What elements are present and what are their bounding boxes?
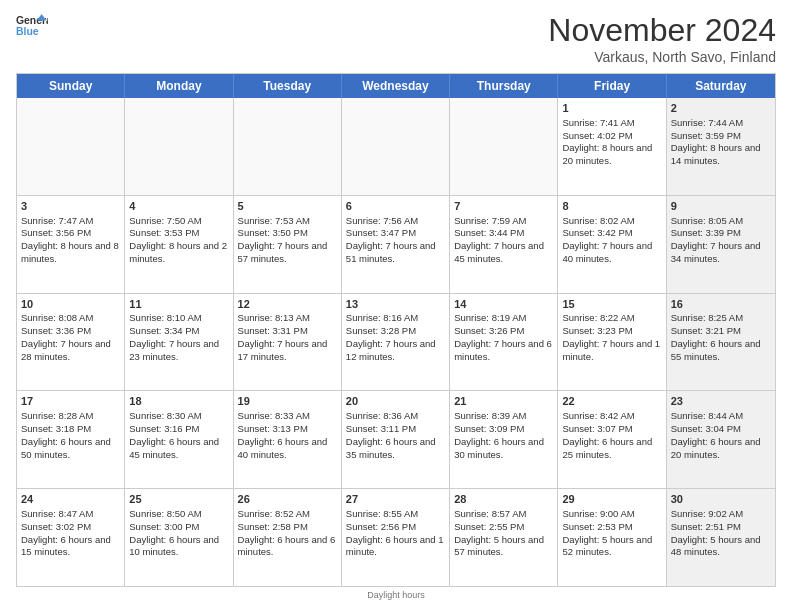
calendar-cell: 5Sunrise: 7:53 AM Sunset: 3:50 PM Daylig… bbox=[234, 196, 342, 293]
day-number: 12 bbox=[238, 297, 337, 312]
day-info: Sunrise: 9:00 AM Sunset: 2:53 PM Dayligh… bbox=[562, 508, 652, 557]
day-info: Sunrise: 8:30 AM Sunset: 3:16 PM Dayligh… bbox=[129, 410, 219, 459]
day-number: 14 bbox=[454, 297, 553, 312]
day-info: Sunrise: 8:22 AM Sunset: 3:23 PM Dayligh… bbox=[562, 312, 660, 361]
calendar-cell: 11Sunrise: 8:10 AM Sunset: 3:34 PM Dayli… bbox=[125, 294, 233, 391]
calendar-cell: 14Sunrise: 8:19 AM Sunset: 3:26 PM Dayli… bbox=[450, 294, 558, 391]
svg-text:Blue: Blue bbox=[16, 26, 39, 37]
calendar-cell: 17Sunrise: 8:28 AM Sunset: 3:18 PM Dayli… bbox=[17, 391, 125, 488]
calendar-cell bbox=[17, 98, 125, 195]
calendar-cell: 2Sunrise: 7:44 AM Sunset: 3:59 PM Daylig… bbox=[667, 98, 775, 195]
calendar-cell: 12Sunrise: 8:13 AM Sunset: 3:31 PM Dayli… bbox=[234, 294, 342, 391]
day-number: 25 bbox=[129, 492, 228, 507]
day-info: Sunrise: 8:19 AM Sunset: 3:26 PM Dayligh… bbox=[454, 312, 552, 361]
day-info: Sunrise: 7:56 AM Sunset: 3:47 PM Dayligh… bbox=[346, 215, 436, 264]
calendar-cell bbox=[342, 98, 450, 195]
day-number: 30 bbox=[671, 492, 771, 507]
calendar-cell: 3Sunrise: 7:47 AM Sunset: 3:56 PM Daylig… bbox=[17, 196, 125, 293]
footer-note: Daylight hours bbox=[16, 590, 776, 600]
day-info: Sunrise: 8:08 AM Sunset: 3:36 PM Dayligh… bbox=[21, 312, 111, 361]
day-number: 22 bbox=[562, 394, 661, 409]
day-number: 4 bbox=[129, 199, 228, 214]
day-number: 28 bbox=[454, 492, 553, 507]
day-number: 26 bbox=[238, 492, 337, 507]
day-number: 8 bbox=[562, 199, 661, 214]
day-info: Sunrise: 7:53 AM Sunset: 3:50 PM Dayligh… bbox=[238, 215, 328, 264]
logo: General Blue bbox=[16, 12, 48, 40]
day-info: Sunrise: 9:02 AM Sunset: 2:51 PM Dayligh… bbox=[671, 508, 761, 557]
calendar-cell: 26Sunrise: 8:52 AM Sunset: 2:58 PM Dayli… bbox=[234, 489, 342, 586]
calendar-cell: 25Sunrise: 8:50 AM Sunset: 3:00 PM Dayli… bbox=[125, 489, 233, 586]
calendar-cell: 4Sunrise: 7:50 AM Sunset: 3:53 PM Daylig… bbox=[125, 196, 233, 293]
calendar-cell: 22Sunrise: 8:42 AM Sunset: 3:07 PM Dayli… bbox=[558, 391, 666, 488]
day-info: Sunrise: 8:28 AM Sunset: 3:18 PM Dayligh… bbox=[21, 410, 111, 459]
calendar-cell: 7Sunrise: 7:59 AM Sunset: 3:44 PM Daylig… bbox=[450, 196, 558, 293]
calendar-cell: 21Sunrise: 8:39 AM Sunset: 3:09 PM Dayli… bbox=[450, 391, 558, 488]
calendar-cell: 19Sunrise: 8:33 AM Sunset: 3:13 PM Dayli… bbox=[234, 391, 342, 488]
day-info: Sunrise: 8:47 AM Sunset: 3:02 PM Dayligh… bbox=[21, 508, 111, 557]
day-info: Sunrise: 8:42 AM Sunset: 3:07 PM Dayligh… bbox=[562, 410, 652, 459]
calendar-cell: 18Sunrise: 8:30 AM Sunset: 3:16 PM Dayli… bbox=[125, 391, 233, 488]
subtitle: Varkaus, North Savo, Finland bbox=[548, 49, 776, 65]
day-number: 11 bbox=[129, 297, 228, 312]
day-of-week-saturday: Saturday bbox=[667, 74, 775, 98]
calendar-row-0: 1Sunrise: 7:41 AM Sunset: 4:02 PM Daylig… bbox=[17, 98, 775, 195]
day-info: Sunrise: 8:39 AM Sunset: 3:09 PM Dayligh… bbox=[454, 410, 544, 459]
calendar-cell: 27Sunrise: 8:55 AM Sunset: 2:56 PM Dayli… bbox=[342, 489, 450, 586]
day-number: 10 bbox=[21, 297, 120, 312]
day-of-week-sunday: Sunday bbox=[17, 74, 125, 98]
day-info: Sunrise: 8:02 AM Sunset: 3:42 PM Dayligh… bbox=[562, 215, 652, 264]
calendar-cell: 20Sunrise: 8:36 AM Sunset: 3:11 PM Dayli… bbox=[342, 391, 450, 488]
day-number: 1 bbox=[562, 101, 661, 116]
day-of-week-tuesday: Tuesday bbox=[234, 74, 342, 98]
day-info: Sunrise: 8:57 AM Sunset: 2:55 PM Dayligh… bbox=[454, 508, 544, 557]
day-number: 3 bbox=[21, 199, 120, 214]
calendar-cell: 8Sunrise: 8:02 AM Sunset: 3:42 PM Daylig… bbox=[558, 196, 666, 293]
calendar-cell bbox=[125, 98, 233, 195]
day-info: Sunrise: 8:55 AM Sunset: 2:56 PM Dayligh… bbox=[346, 508, 444, 557]
calendar-row-2: 10Sunrise: 8:08 AM Sunset: 3:36 PM Dayli… bbox=[17, 293, 775, 391]
day-number: 23 bbox=[671, 394, 771, 409]
calendar-row-1: 3Sunrise: 7:47 AM Sunset: 3:56 PM Daylig… bbox=[17, 195, 775, 293]
header: General Blue November 2024 Varkaus, Nort… bbox=[16, 12, 776, 65]
calendar-cell: 9Sunrise: 8:05 AM Sunset: 3:39 PM Daylig… bbox=[667, 196, 775, 293]
page: General Blue November 2024 Varkaus, Nort… bbox=[0, 0, 792, 612]
day-info: Sunrise: 8:36 AM Sunset: 3:11 PM Dayligh… bbox=[346, 410, 436, 459]
day-of-week-monday: Monday bbox=[125, 74, 233, 98]
calendar-cell: 13Sunrise: 8:16 AM Sunset: 3:28 PM Dayli… bbox=[342, 294, 450, 391]
day-info: Sunrise: 8:13 AM Sunset: 3:31 PM Dayligh… bbox=[238, 312, 328, 361]
day-info: Sunrise: 7:47 AM Sunset: 3:56 PM Dayligh… bbox=[21, 215, 119, 264]
calendar-cell: 24Sunrise: 8:47 AM Sunset: 3:02 PM Dayli… bbox=[17, 489, 125, 586]
day-number: 6 bbox=[346, 199, 445, 214]
day-info: Sunrise: 7:50 AM Sunset: 3:53 PM Dayligh… bbox=[129, 215, 227, 264]
day-info: Sunrise: 7:59 AM Sunset: 3:44 PM Dayligh… bbox=[454, 215, 544, 264]
calendar-cell: 23Sunrise: 8:44 AM Sunset: 3:04 PM Dayli… bbox=[667, 391, 775, 488]
day-number: 17 bbox=[21, 394, 120, 409]
day-number: 2 bbox=[671, 101, 771, 116]
calendar-cell: 28Sunrise: 8:57 AM Sunset: 2:55 PM Dayli… bbox=[450, 489, 558, 586]
calendar: SundayMondayTuesdayWednesdayThursdayFrid… bbox=[16, 73, 776, 587]
day-info: Sunrise: 7:44 AM Sunset: 3:59 PM Dayligh… bbox=[671, 117, 761, 166]
calendar-row-4: 24Sunrise: 8:47 AM Sunset: 3:02 PM Dayli… bbox=[17, 488, 775, 586]
day-number: 15 bbox=[562, 297, 661, 312]
day-of-week-wednesday: Wednesday bbox=[342, 74, 450, 98]
day-info: Sunrise: 8:52 AM Sunset: 2:58 PM Dayligh… bbox=[238, 508, 336, 557]
day-number: 29 bbox=[562, 492, 661, 507]
calendar-cell bbox=[450, 98, 558, 195]
day-info: Sunrise: 8:50 AM Sunset: 3:00 PM Dayligh… bbox=[129, 508, 219, 557]
calendar-cell: 6Sunrise: 7:56 AM Sunset: 3:47 PM Daylig… bbox=[342, 196, 450, 293]
day-info: Sunrise: 8:05 AM Sunset: 3:39 PM Dayligh… bbox=[671, 215, 761, 264]
calendar-cell: 30Sunrise: 9:02 AM Sunset: 2:51 PM Dayli… bbox=[667, 489, 775, 586]
day-number: 7 bbox=[454, 199, 553, 214]
title-block: November 2024 Varkaus, North Savo, Finla… bbox=[548, 12, 776, 65]
calendar-cell: 29Sunrise: 9:00 AM Sunset: 2:53 PM Dayli… bbox=[558, 489, 666, 586]
calendar-body: 1Sunrise: 7:41 AM Sunset: 4:02 PM Daylig… bbox=[17, 98, 775, 586]
day-number: 9 bbox=[671, 199, 771, 214]
day-number: 24 bbox=[21, 492, 120, 507]
day-number: 20 bbox=[346, 394, 445, 409]
calendar-cell: 15Sunrise: 8:22 AM Sunset: 3:23 PM Dayli… bbox=[558, 294, 666, 391]
day-of-week-thursday: Thursday bbox=[450, 74, 558, 98]
month-title: November 2024 bbox=[548, 12, 776, 49]
day-number: 19 bbox=[238, 394, 337, 409]
calendar-row-3: 17Sunrise: 8:28 AM Sunset: 3:18 PM Dayli… bbox=[17, 390, 775, 488]
